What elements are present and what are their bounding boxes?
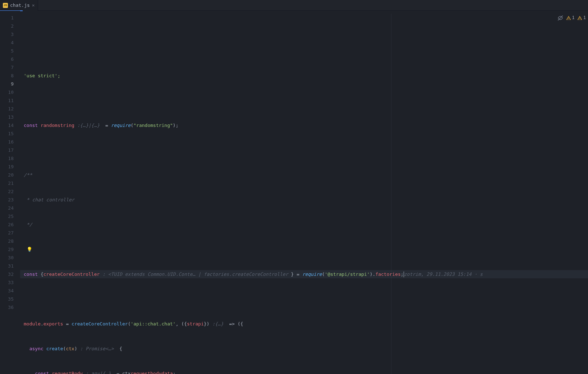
line-number[interactable]: 24: [0, 204, 14, 212]
line-number[interactable]: 25: [0, 212, 14, 220]
intention-bulb-icon[interactable]: 💡: [27, 247, 32, 252]
code-line[interactable]: [20, 146, 588, 154]
line-number[interactable]: 21: [0, 179, 14, 187]
inspections-widget[interactable]: 1 1: [557, 14, 586, 22]
line-number[interactable]: 16: [0, 138, 14, 146]
line-number[interactable]: 26: [0, 220, 14, 229]
line-number[interactable]: 15: [0, 129, 14, 138]
line-number[interactable]: 4: [0, 38, 14, 47]
line-number[interactable]: 29: [0, 245, 14, 254]
tab-filename: chat.js: [10, 3, 30, 8]
reader-mode-icon[interactable]: [557, 15, 563, 21]
code-line[interactable]: * chat controller: [20, 196, 588, 204]
line-number[interactable]: 5: [0, 47, 14, 55]
line-number[interactable]: 20: [0, 171, 14, 179]
line-number[interactable]: 32: [0, 270, 14, 278]
warning-indicator-2[interactable]: 1: [577, 14, 586, 22]
code-line[interactable]: 'use strict';: [20, 72, 588, 80]
warning-count-2: 1: [583, 14, 586, 22]
warning-count-1: 1: [572, 14, 575, 22]
code-line[interactable]: [20, 295, 588, 303]
line-number[interactable]: 9: [0, 80, 14, 88]
code-line[interactable]: const randomstring :{…}|{…} = require("r…: [20, 121, 588, 129]
line-number[interactable]: 23: [0, 196, 14, 204]
line-number[interactable]: 27: [0, 229, 14, 237]
close-icon[interactable]: ×: [32, 3, 35, 8]
code-area[interactable]: 1 1 'use strict'; const randomstring :{……: [20, 11, 588, 374]
line-number[interactable]: 13: [0, 113, 14, 121]
line-number[interactable]: 8: [0, 72, 14, 80]
line-number[interactable]: 36: [0, 303, 14, 311]
ide-root: JS chat.js × 123456789101112131415161718…: [0, 0, 588, 374]
code-line[interactable]: const {createCoreController : <TUID exte…: [20, 270, 588, 278]
line-number[interactable]: 18: [0, 154, 14, 163]
warning-indicator-1[interactable]: 1: [566, 14, 575, 22]
line-number[interactable]: 34: [0, 287, 14, 295]
line-number[interactable]: 17: [0, 146, 14, 154]
code-line[interactable]: module.exports = createCoreController('a…: [20, 320, 588, 328]
line-number[interactable]: 10: [0, 88, 14, 96]
line-number[interactable]: 22: [0, 187, 14, 196]
code-line[interactable]: const requestBody : any|{…} = ctxrequest…: [20, 369, 588, 374]
line-number[interactable]: 19: [0, 163, 14, 171]
line-number[interactable]: 2: [0, 22, 14, 30]
line-number[interactable]: 1: [0, 14, 14, 22]
code-line[interactable]: async create(ctx) : Promise<…> {: [20, 345, 588, 353]
line-number[interactable]: 6: [0, 55, 14, 63]
editor[interactable]: 1234567891011121314151617181920212223242…: [0, 11, 588, 374]
line-number[interactable]: 12: [0, 105, 14, 113]
git-blame-annotation: zotrim, 29.11.2023 15:14 · s: [404, 270, 483, 278]
code-line[interactable]: 💡: [20, 245, 588, 254]
tab-chat-js[interactable]: JS chat.js ×: [0, 0, 38, 11]
line-number[interactable]: 30: [0, 254, 14, 262]
code-line[interactable]: [20, 96, 588, 105]
code-line[interactable]: /**: [20, 171, 588, 179]
line-number[interactable]: 33: [0, 278, 14, 287]
tab-bar: JS chat.js ×: [0, 0, 588, 11]
js-file-icon: JS: [3, 3, 8, 8]
line-number[interactable]: 35: [0, 295, 14, 303]
line-number[interactable]: 7: [0, 63, 14, 72]
line-number[interactable]: 11: [0, 96, 14, 105]
line-number[interactable]: 31: [0, 262, 14, 270]
line-number[interactable]: 14: [0, 121, 14, 129]
line-number[interactable]: 28: [0, 237, 14, 245]
code-line[interactable]: */: [20, 220, 588, 229]
line-number[interactable]: 3: [0, 30, 14, 38]
line-gutter: 1234567891011121314151617181920212223242…: [0, 11, 20, 374]
